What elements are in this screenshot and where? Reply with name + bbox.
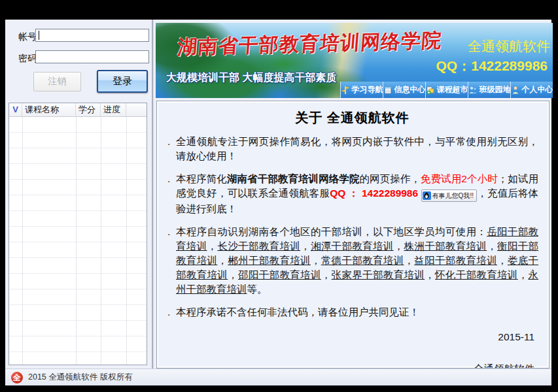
account-input[interactable]: [35, 29, 149, 42]
password-label: 密码: [18, 53, 37, 65]
qq-contact-badge[interactable]: 有事儿您Q我!!: [421, 189, 477, 202]
about-panel: 关于 全通领航软件 . 全通领航专注于网页操作简易化，将网页内嵌于软件中，与平常…: [156, 101, 549, 368]
paragraph-text: 的网页操作，: [360, 173, 421, 184]
course-table-body[interactable]: [9, 117, 147, 365]
person-icon: [511, 86, 520, 95]
text-cursor: [39, 31, 39, 40]
tab-study-navigation[interactable]: 学习导航: [340, 82, 383, 98]
logout-button[interactable]: 注销: [33, 72, 81, 91]
bullet: .: [167, 135, 170, 149]
password-input[interactable]: [35, 50, 149, 63]
free-trial-highlight: 免费试用2个小时: [421, 173, 498, 184]
region-link[interactable]: 张家界干部教育培训: [332, 269, 425, 280]
tab-label: 学习导航: [352, 84, 383, 95]
about-paragraph-1: . 全通领航专注于网页操作简易化，将网页内嵌于软件中，与平常使用别无区别，请放心…: [166, 135, 538, 163]
bullet: .: [167, 305, 170, 319]
app-window: 帐号 密码 注销 登录 V 课程名称 学分 进度 湖南省干部教育培训网络学院 全…: [5, 20, 551, 385]
tab-personal-center[interactable]: 个人中心: [510, 82, 553, 98]
tab-course-market[interactable]: 课程超市: [425, 82, 468, 98]
column-header-credits[interactable]: 学分: [76, 103, 101, 116]
signpost-icon: [341, 86, 350, 95]
info-center-icon: [383, 86, 392, 95]
app-logo-icon: 全: [11, 372, 23, 384]
paragraph-text: 全通领航专注于网页操作简易化，将网页内嵌于软件中，与平常使用别无区别，请放心使用…: [176, 136, 538, 161]
tab-label: 个人中心: [522, 84, 553, 95]
about-date: 2015-11: [166, 331, 538, 343]
banner-qq-number: QQ：1422289986: [436, 57, 548, 75]
login-button[interactable]: 登录: [97, 70, 148, 93]
qq-number-highlight: QQ ： 1422289986: [330, 188, 418, 199]
region-link[interactable]: 湘潭干部教育培训: [311, 240, 394, 252]
tab-class-garden[interactable]: 班级园地: [468, 82, 510, 98]
tab-label: 课程超市: [437, 84, 468, 95]
about-paragraph-4: . 本程序承诺不含任何非法代码，请各位用户共同见证！: [166, 305, 538, 319]
qq-penguin-icon: [423, 191, 431, 200]
nav-tab-row: 学习导航 信息中心 课程超市: [340, 82, 553, 98]
class-group-icon: [468, 86, 478, 95]
account-label: 帐号: [18, 31, 37, 43]
bullet: .: [167, 172, 170, 186]
tab-label: 班级园地: [480, 84, 511, 95]
school-name-calligraphy: 湖南省干部教育培训网络学院: [177, 27, 443, 61]
column-header-progress[interactable]: 进度: [101, 103, 126, 116]
paragraph-text: 等。: [247, 284, 268, 295]
paragraph-text: 本程序自动识别湖南各个地区的干部培训，以下地区学员均可使用：: [176, 226, 487, 237]
about-paragraph-3: . 本程序自动识别湖南各个地区的干部培训，以下地区学员均可使用：岳阳干部教育培训…: [166, 225, 538, 297]
region-link[interactable]: 益阳干部教育培训: [414, 255, 497, 266]
about-paragraph-2: . 本程序简化湖南省干部教育培训网络学院的网页操作，免费试用2个小时；如试用感觉…: [166, 172, 538, 216]
about-title: 关于 全通领航软件: [166, 109, 538, 127]
course-market-icon: [426, 86, 435, 95]
column-header-empty: [126, 103, 147, 116]
region-link[interactable]: 怀化干部教育培训: [435, 269, 518, 280]
course-table[interactable]: V 课程名称 学分 进度: [9, 103, 147, 365]
tab-info-center[interactable]: 信息中心: [383, 82, 425, 98]
course-table-header: V 课程名称 学分 进度: [9, 103, 147, 117]
banner-slogan: 大规模培训干部 大幅度提高干部素质: [166, 71, 336, 85]
paragraph-text: 本程序简化: [176, 173, 227, 184]
status-bar: 全 2015 全通领航软件 版权所有: [5, 368, 551, 385]
column-header-course-name[interactable]: 课程名称: [22, 103, 76, 116]
qq-badge-label: 有事儿您Q我!!: [432, 189, 474, 203]
region-link[interactable]: 长沙干部教育培训: [217, 240, 300, 252]
region-link[interactable]: 株洲干部教育培训: [404, 240, 487, 252]
region-link[interactable]: 郴州干部教育培训: [228, 255, 311, 266]
panel-divider: [152, 20, 154, 368]
paragraph-text: 本程序承诺不含任何非法代码，请各位用户共同见证！: [176, 306, 419, 318]
about-signature: 全通领航软件: [166, 363, 538, 368]
banner-software-name: 全通领航软件: [468, 37, 550, 56]
region-link[interactable]: 邵阳干部教育培训: [238, 269, 321, 280]
banner: 湖南省干部教育培训网络学院 全通领航软件 QQ：1422289986 大规模培训…: [156, 23, 553, 98]
bullet: .: [167, 225, 170, 239]
region-link[interactable]: 常德干部教育培训: [321, 255, 404, 266]
copyright-text: 2015 全通领航软件 版权所有: [28, 372, 133, 383]
tab-label: 信息中心: [394, 84, 426, 95]
school-name-bold: 湖南省干部教育培训网络学院: [227, 173, 360, 184]
column-header-check[interactable]: V: [9, 103, 22, 116]
